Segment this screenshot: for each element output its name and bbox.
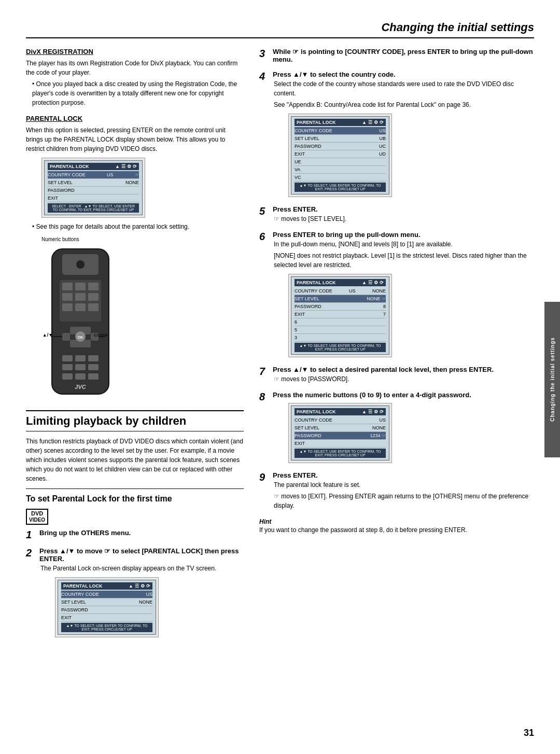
step-1-content: Bring up the OTHERS menu. [39, 529, 131, 541]
remote-control: Numeric buttons [36, 236, 124, 401]
limiting-section: Limiting playback by children This funct… [26, 410, 244, 641]
step-2-number: 2 [26, 547, 36, 641]
svg-text:ENTER: ENTER [94, 333, 108, 338]
svg-rect-27 [88, 373, 99, 380]
step2-screen: PARENTAL LOCK ▲☰⚙⟳ COUNTRY CODE US SET L… [55, 577, 159, 637]
step-4-body1: Select the code of the country whose sta… [273, 79, 534, 98]
step-4-title: Press ▲/▼ to select the country code. [273, 71, 396, 78]
page-title: Changing the initial settings [26, 21, 534, 34]
step-9-body2: ☞ moves to [EXIT]. Pressing ENTER again … [273, 492, 534, 510]
screen-row-exit: EXIT [48, 194, 139, 202]
step-4: 4 Press ▲/▼ to select the country code. … [259, 71, 534, 201]
step6-screen: PARENTAL LOCK ▲☰⚙⟳ COUNTRY CODE US NONE … [288, 274, 392, 357]
step-3-title: While ☞ is pointing to [COUNTRY CODE], p… [273, 48, 533, 63]
step-2-body: The Parental Lock on-screen display appe… [39, 564, 244, 573]
screen-title-1: PARENTAL LOCK ▲☰⚙⟳ [48, 163, 139, 170]
step-7: 7 Press ▲/▼ to select a desired parental… [259, 366, 534, 386]
svg-rect-4 [62, 283, 73, 290]
svg-text:JVC: JVC [75, 384, 86, 390]
step-5-number: 5 [259, 205, 270, 226]
step-1: 1 Bring up the OTHERS menu. [26, 529, 244, 541]
svg-text:OK: OK [78, 336, 83, 339]
step-4-number: 4 [259, 71, 270, 201]
divider [26, 488, 244, 489]
step-3: 3 While ☞ is pointing to [COUNTRY CODE],… [259, 48, 534, 63]
parental-lock-screen-1: PARENTAL LOCK ▲☰⚙⟳ COUNTRY CODE US ☞ SET… [41, 158, 145, 218]
svg-rect-23 [75, 364, 86, 370]
step-7-number: 7 [259, 366, 270, 386]
screen-row-country: COUNTRY CODE US ☞ [48, 171, 139, 179]
remote-svg: OK JVC ▲/▼ [36, 244, 124, 399]
dvd-badge: DVD VIDEO [26, 509, 48, 525]
hint-section: Hint If you want to change the password … [259, 518, 534, 535]
svg-rect-20 [75, 355, 86, 361]
right-column: 3 While ☞ is pointing to [COUNTRY CODE],… [259, 48, 534, 648]
step-1-number: 1 [26, 529, 36, 541]
svg-rect-21 [88, 355, 99, 361]
parental-lock-section: PARENTAL LOCK When this option is select… [26, 115, 244, 401]
step-6-body2: [NONE] does not restrict playback. Level… [273, 251, 534, 270]
divx-heading: DivX REGISTRATION [26, 48, 244, 55]
page-container: Changing the initial settings DivX REGIS… [0, 0, 560, 754]
side-label: Changing the initial settings [544, 302, 560, 457]
hint-title: Hint [259, 518, 271, 525]
svg-rect-10 [62, 303, 73, 311]
step-3-number: 3 [259, 48, 270, 63]
divx-section: DivX REGISTRATION The player has its own… [26, 48, 244, 107]
screen-row-password: PASSWORD [48, 187, 139, 194]
left-column: DivX REGISTRATION The player has its own… [26, 48, 244, 648]
svg-rect-12 [88, 303, 99, 311]
screen-footer-1: SELECT ENTER ▲▼ TO SELECT, USE ENTER TO … [48, 203, 139, 213]
step-9-body1: The parental lock feature is set. [273, 480, 534, 490]
step-5: 5 Press ENTER. ☞ moves to [SET LEVEL]. [259, 205, 534, 226]
parental-lock-heading: PARENTAL LOCK [26, 115, 244, 122]
divx-bullet: Once you played back a disc created by u… [32, 79, 244, 107]
step-6-body1: In the pull-down menu, [NONE] and levels… [273, 240, 534, 249]
svg-rect-8 [75, 293, 86, 301]
sub-section-heading: To set Parental Lock for the first time [26, 494, 244, 504]
svg-rect-11 [75, 303, 86, 311]
step-5-body: ☞ moves to [SET LEVEL]. [273, 214, 346, 224]
step-6-title: Press ENTER to bring up the pull-down me… [273, 231, 421, 239]
step-8: 8 Press the numeric buttons (0 to 9) to … [259, 391, 534, 467]
parental-lock-bullet: See this page for details about the pare… [32, 222, 244, 231]
step-6-number: 6 [259, 231, 270, 361]
svg-rect-22 [62, 364, 73, 370]
svg-rect-25 [62, 373, 73, 380]
step-2: 2 Press ▲/▼ to move ☞ to select [PARENTA… [26, 547, 244, 641]
step-2-content: Press ▲/▼ to move ☞ to select [PARENTAL … [39, 547, 244, 641]
cursor-icon-2: ☞ [104, 547, 110, 555]
svg-rect-9 [88, 293, 99, 301]
big-section-heading: Limiting playback by children [26, 410, 244, 431]
divx-para1: The player has its own Registration Code… [26, 59, 244, 77]
step-2-title: Press ▲/▼ to move ☞ to select [PARENTAL … [39, 547, 239, 563]
cursor-icon-3: ☞ [292, 48, 299, 55]
svg-rect-26 [75, 373, 86, 380]
step-8-number: 8 [259, 391, 270, 467]
screen-row-setlevel: SET LEVEL NONE [48, 179, 139, 187]
step-1-text: Bring up the OTHERS menu. [39, 529, 131, 537]
svg-rect-5 [75, 283, 86, 290]
step-5-title: Press ENTER. [273, 205, 318, 213]
step-9: 9 Press ENTER. The parental lock feature… [259, 471, 534, 512]
step-6: 6 Press ENTER to bring up the pull-down … [259, 231, 534, 361]
step-4-body2: See "Appendix B: Country/Area code list … [273, 100, 534, 109]
svg-rect-15 [62, 333, 70, 341]
svg-rect-6 [88, 283, 99, 290]
step-8-title: Press the numeric buttons (0 to 9) to en… [273, 391, 471, 399]
numeric-buttons-label: Numeric buttons [41, 236, 124, 242]
svg-rect-24 [88, 364, 99, 370]
parental-lock-para1: When this option is selected, pressing E… [26, 125, 244, 153]
step-9-number: 9 [259, 471, 270, 512]
page-header: Changing the initial settings [26, 21, 534, 38]
content-columns: DivX REGISTRATION The player has its own… [26, 48, 534, 648]
page-number: 31 [524, 728, 534, 738]
step4-screen: PARENTAL LOCK ▲☰⚙⟳ COUNTRY CODE US SET L… [288, 114, 392, 197]
step-7-title: Press ▲/▼ to select a desired parental l… [273, 366, 494, 373]
step-9-title: Press ENTER. [273, 471, 318, 479]
step-7-body: ☞ moves to [PASSWORD]. [273, 374, 494, 384]
step8-screen: PARENTAL LOCK ▲☰⚙⟳ COUNTRY CODE US SET L… [288, 403, 392, 463]
svg-rect-19 [62, 355, 73, 361]
svg-point-2 [76, 260, 85, 269]
svg-rect-7 [62, 293, 73, 301]
